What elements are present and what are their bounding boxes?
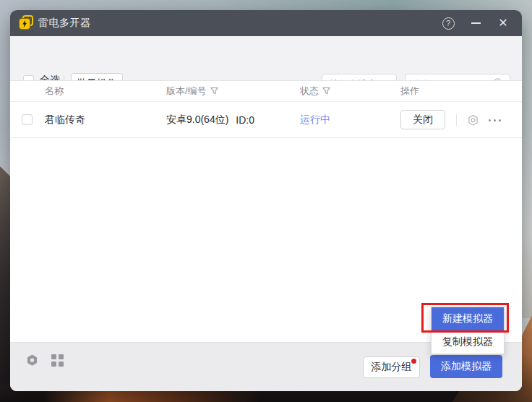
column-header-action: 操作 <box>400 81 419 101</box>
filter-icon[interactable] <box>210 86 218 97</box>
row-checkbox-cell <box>22 102 33 137</box>
minimize-icon <box>471 22 481 24</box>
help-icon: ? <box>442 17 455 30</box>
row-settings-icon[interactable] <box>467 114 479 129</box>
toolbar: 全选 批量操作 按版本排序 <box>10 36 522 80</box>
notification-dot <box>411 359 416 364</box>
row-id: ID:0 <box>236 114 254 126</box>
row-more-icon[interactable] <box>489 111 501 124</box>
row-version: 安卓9.0(64位) <box>166 114 228 127</box>
row-version-cell: 安卓9.0(64位) ID:0 <box>166 102 254 137</box>
wallpaper-ember-glow <box>43 390 260 402</box>
window-title: 雷电多开器 <box>38 17 91 30</box>
filter-icon[interactable] <box>322 86 330 97</box>
minimize-button[interactable] <box>466 14 486 33</box>
add-group-button[interactable]: 添加分组 <box>363 356 420 378</box>
row-action-divider <box>456 114 457 126</box>
row-name: 君临传奇 <box>45 102 85 137</box>
settings-icon[interactable] <box>25 354 39 370</box>
row-status: 运行中 <box>300 102 330 137</box>
row-checkbox[interactable] <box>22 114 33 125</box>
help-button[interactable]: ? <box>438 14 458 33</box>
app-logo-icon <box>19 17 32 30</box>
table-row[interactable]: 君临传奇 安卓9.0(64位) ID:0 运行中 关闭 <box>10 102 522 138</box>
row-close-button[interactable]: 关闭 <box>400 110 445 129</box>
app-window: 雷电多开器 ? ✕ 全选 批量操作 按版本排序 <box>10 10 522 391</box>
column-header-status: 状态 <box>300 81 330 101</box>
menu-item-new-emulator[interactable]: 新建模拟器 <box>432 307 504 330</box>
column-header-name: 名称 <box>45 81 64 101</box>
add-emulator-button[interactable]: 添加模拟器 <box>430 355 502 378</box>
add-emulator-popup-menu: 新建模拟器 复制模拟器 <box>431 307 505 354</box>
titlebar[interactable]: 雷电多开器 ? ✕ <box>10 10 522 36</box>
grid-view-icon[interactable] <box>51 354 64 367</box>
menu-item-copy-emulator[interactable]: 复制模拟器 <box>432 330 504 354</box>
close-icon: ✕ <box>498 17 507 29</box>
column-header-version: 版本/编号 <box>166 81 218 101</box>
table-header: 名称 版本/编号 状态 操作 <box>10 80 522 102</box>
close-button[interactable]: ✕ <box>493 14 513 33</box>
